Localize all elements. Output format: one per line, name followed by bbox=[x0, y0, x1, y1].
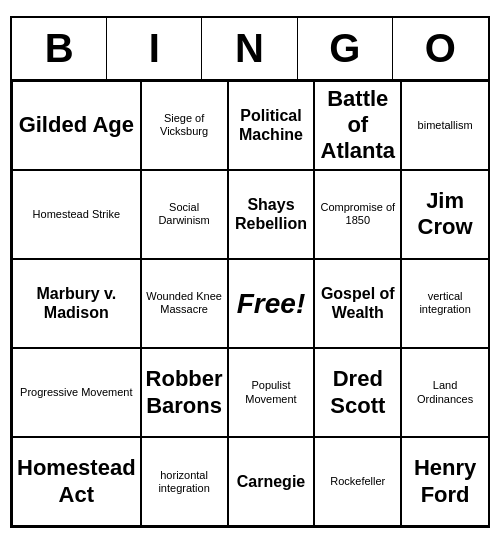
cell-text-r3-c4: Land Ordinances bbox=[406, 379, 484, 405]
bingo-card: BINGO Gilded AgeSiege of VicksburgPoliti… bbox=[10, 16, 490, 529]
header-letter-g: G bbox=[298, 18, 393, 79]
cell-r1-c4: Jim Crow bbox=[401, 170, 488, 259]
cell-text-r2-c1: Wounded Knee Massacre bbox=[146, 290, 223, 316]
cell-r4-c4: Henry Ford bbox=[401, 437, 488, 526]
cell-r3-c1: Robber Barons bbox=[141, 348, 228, 437]
cell-text-r3-c2: Populist Movement bbox=[233, 379, 310, 405]
cell-r4-c1: horizontal integration bbox=[141, 437, 228, 526]
cell-r0-c1: Siege of Vicksburg bbox=[141, 81, 228, 170]
cell-text-r2-c0: Marbury v. Madison bbox=[17, 284, 136, 322]
cell-r1-c2: Shays Rebellion bbox=[228, 170, 315, 259]
cell-r0-c2: Political Machine bbox=[228, 81, 315, 170]
cell-text-r4-c0: Homestead Act bbox=[17, 455, 136, 508]
cell-text-r1-c0: Homestead Strike bbox=[33, 208, 120, 221]
header-letter-o: O bbox=[393, 18, 488, 79]
cell-r3-c3: Dred Scott bbox=[314, 348, 401, 437]
cell-text-r3-c1: Robber Barons bbox=[146, 366, 223, 419]
cell-text-r1-c3: Compromise of 1850 bbox=[319, 201, 396, 227]
cell-text-r1-c2: Shays Rebellion bbox=[233, 195, 310, 233]
cell-r3-c2: Populist Movement bbox=[228, 348, 315, 437]
cell-text-r2-c4: vertical integration bbox=[406, 290, 484, 316]
cell-text-r1-c1: Social Darwinism bbox=[146, 201, 223, 227]
cell-r0-c0: Gilded Age bbox=[12, 81, 141, 170]
cell-r2-c0: Marbury v. Madison bbox=[12, 259, 141, 348]
cell-r2-c4: vertical integration bbox=[401, 259, 488, 348]
cell-r3-c4: Land Ordinances bbox=[401, 348, 488, 437]
cell-r2-c3: Gospel of Wealth bbox=[314, 259, 401, 348]
cell-text-r4-c2: Carnegie bbox=[237, 472, 305, 491]
cell-r0-c4: bimetallism bbox=[401, 81, 488, 170]
header-letter-i: I bbox=[107, 18, 202, 79]
cell-r4-c2: Carnegie bbox=[228, 437, 315, 526]
bingo-grid: Gilded AgeSiege of VicksburgPolitical Ma… bbox=[12, 81, 488, 527]
cell-r3-c0: Progressive Movement bbox=[12, 348, 141, 437]
cell-text-r3-c0: Progressive Movement bbox=[20, 386, 133, 399]
cell-text-r1-c4: Jim Crow bbox=[406, 188, 484, 241]
cell-r1-c3: Compromise of 1850 bbox=[314, 170, 401, 259]
cell-text-r4-c4: Henry Ford bbox=[406, 455, 484, 508]
cell-r0-c3: Battle of Atlanta bbox=[314, 81, 401, 170]
cell-r2-c2: Free! bbox=[228, 259, 315, 348]
bingo-header: BINGO bbox=[12, 18, 488, 81]
cell-text-r4-c3: Rockefeller bbox=[330, 475, 385, 488]
cell-text-r0-c3: Battle of Atlanta bbox=[319, 86, 396, 165]
cell-r4-c3: Rockefeller bbox=[314, 437, 401, 526]
cell-r1-c0: Homestead Strike bbox=[12, 170, 141, 259]
cell-text-r0-c4: bimetallism bbox=[418, 119, 473, 132]
cell-text-r3-c3: Dred Scott bbox=[319, 366, 396, 419]
cell-r1-c1: Social Darwinism bbox=[141, 170, 228, 259]
cell-text-r2-c3: Gospel of Wealth bbox=[319, 284, 396, 322]
cell-r4-c0: Homestead Act bbox=[12, 437, 141, 526]
cell-text-r0-c1: Siege of Vicksburg bbox=[146, 112, 223, 138]
header-letter-n: N bbox=[202, 18, 297, 79]
cell-text-r2-c2: Free! bbox=[237, 287, 305, 321]
cell-text-r0-c2: Political Machine bbox=[233, 106, 310, 144]
cell-text-r4-c1: horizontal integration bbox=[146, 469, 223, 495]
header-letter-b: B bbox=[12, 18, 107, 79]
cell-text-r0-c0: Gilded Age bbox=[19, 112, 134, 138]
cell-r2-c1: Wounded Knee Massacre bbox=[141, 259, 228, 348]
